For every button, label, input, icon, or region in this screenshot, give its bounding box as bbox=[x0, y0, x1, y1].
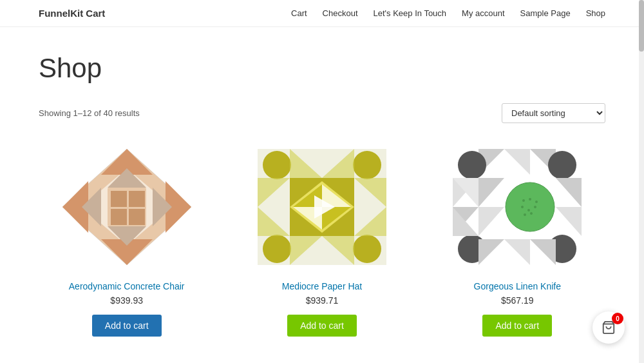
nav-cart[interactable]: Cart bbox=[291, 8, 307, 18]
page-title: Shop bbox=[39, 53, 605, 84]
result-count: Showing 1–12 of 40 results bbox=[39, 108, 140, 118]
svg-rect-5 bbox=[129, 191, 145, 207]
add-to-cart-button-1[interactable]: Add to cart bbox=[92, 315, 162, 337]
nav-my-account[interactable]: My account bbox=[462, 8, 504, 18]
product-card: Aerodynamic Concrete Chair $939.93 Add t… bbox=[39, 142, 214, 337]
site-title: FunnelKit Cart bbox=[39, 8, 105, 19]
svg-point-41 bbox=[458, 151, 486, 179]
svg-point-50 bbox=[529, 198, 531, 201]
svg-point-53 bbox=[527, 209, 530, 211]
site-header: FunnelKit Cart Cart Checkout Let's Keep … bbox=[0, 0, 644, 27]
svg-point-18 bbox=[263, 151, 291, 179]
svg-rect-4 bbox=[111, 191, 127, 207]
product-image-3 bbox=[446, 142, 588, 271]
nav-shop[interactable]: Shop bbox=[586, 8, 605, 18]
product-image-1 bbox=[56, 142, 198, 271]
add-to-cart-button-2[interactable]: Add to cart bbox=[287, 315, 357, 337]
svg-point-56 bbox=[530, 212, 533, 215]
svg-rect-7 bbox=[129, 209, 145, 225]
product-price-3: $567.19 bbox=[501, 295, 534, 306]
svg-point-51 bbox=[535, 201, 538, 203]
sort-select[interactable]: Default sorting Popularity Average ratin… bbox=[502, 103, 605, 123]
svg-point-52 bbox=[521, 206, 524, 208]
product-name-1[interactable]: Aerodynamic Concrete Chair bbox=[69, 281, 185, 291]
svg-point-20 bbox=[263, 235, 291, 263]
svg-point-49 bbox=[522, 199, 525, 202]
svg-point-54 bbox=[534, 206, 536, 208]
svg-point-55 bbox=[524, 213, 526, 216]
nav-checkout[interactable]: Checkout bbox=[323, 8, 358, 18]
product-price-1: $939.93 bbox=[110, 295, 143, 306]
svg-point-19 bbox=[353, 151, 381, 179]
product-image-2 bbox=[251, 142, 393, 271]
product-name-2[interactable]: Mediocre Paper Hat bbox=[282, 281, 363, 291]
scrollbar-track bbox=[639, 0, 644, 362]
product-card: Gorgeous Linen Knife $567.19 Add to cart bbox=[430, 142, 605, 337]
main-nav: Cart Checkout Let's Keep In Touch My acc… bbox=[291, 8, 605, 18]
product-name-3[interactable]: Gorgeous Linen Knife bbox=[474, 281, 561, 291]
product-price-2: $939.71 bbox=[306, 295, 339, 306]
svg-rect-6 bbox=[111, 209, 127, 225]
add-to-cart-button-3[interactable]: Add to cart bbox=[482, 315, 552, 337]
svg-point-21 bbox=[353, 235, 381, 263]
products-grid: Aerodynamic Concrete Chair $939.93 Add t… bbox=[39, 142, 605, 337]
nav-sample-page[interactable]: Sample Page bbox=[520, 8, 571, 18]
main-content: Shop Showing 1–12 of 40 results Default … bbox=[0, 27, 644, 362]
shop-meta: Showing 1–12 of 40 results Default sorti… bbox=[39, 103, 605, 123]
svg-point-48 bbox=[507, 184, 553, 230]
product-card: Mediocre Paper Hat $939.71 Add to cart bbox=[234, 142, 410, 337]
cart-badge: 0 bbox=[612, 313, 623, 324]
nav-keep-in-touch[interactable]: Let's Keep In Touch bbox=[374, 8, 447, 18]
cart-bubble[interactable]: 0 bbox=[592, 311, 625, 344]
svg-point-42 bbox=[548, 151, 576, 179]
scrollbar-thumb[interactable] bbox=[639, 0, 644, 52]
